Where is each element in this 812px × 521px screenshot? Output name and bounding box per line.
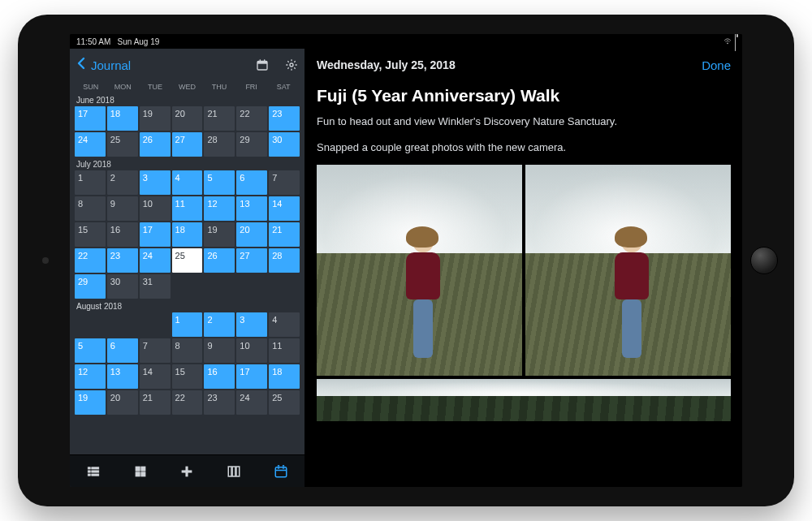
nav-columns-view[interactable] (210, 455, 257, 487)
calendar-day[interactable]: 21 (269, 222, 300, 247)
calendar-day[interactable]: 15 (172, 364, 203, 389)
status-date: Sun Aug 19 (118, 37, 160, 46)
calendar-day[interactable]: 20 (107, 390, 138, 415)
entry-photos (317, 165, 731, 421)
entry-paragraph[interactable]: Fun to head out and view Winkler's Disco… (317, 114, 731, 130)
calendar-day[interactable]: 26 (140, 132, 171, 157)
calendar-day[interactable]: 6 (236, 170, 267, 195)
calendar-day[interactable]: 31 (140, 274, 171, 299)
calendar-day[interactable]: 15 (75, 222, 106, 247)
entry-title[interactable]: Fuji (5 Year Anniversary) Walk (317, 86, 731, 105)
done-button[interactable]: Done (702, 58, 731, 72)
calendar-day[interactable]: 20 (236, 222, 267, 247)
calendar-day[interactable]: 17 (75, 106, 106, 131)
entry-paragraph[interactable]: Snapped a couple great photos with the n… (317, 140, 731, 156)
svg-rect-18 (229, 467, 232, 476)
calendar-day[interactable]: 19 (75, 390, 106, 415)
weekday-label: MON (107, 83, 140, 91)
calendar-day[interactable]: 20 (172, 106, 203, 131)
calendar-day[interactable]: 8 (172, 338, 203, 363)
calendar-day[interactable]: 23 (204, 390, 235, 415)
calendar-day[interactable]: 7 (140, 338, 171, 363)
calendar-day[interactable]: 24 (236, 390, 267, 415)
back-label[interactable]: Journal (91, 58, 131, 72)
calendar-day[interactable]: 17 (140, 222, 171, 247)
calendar-day[interactable]: 18 (269, 364, 300, 389)
nav-grid-view[interactable] (117, 455, 164, 487)
device-camera (42, 257, 49, 264)
calendar-day[interactable]: 16 (204, 364, 235, 389)
calendar-day[interactable]: 23 (107, 248, 138, 273)
calendar-day[interactable]: 21 (140, 390, 171, 415)
svg-rect-2 (257, 61, 267, 63)
calendar-day[interactable]: 14 (140, 364, 171, 389)
calendar-day[interactable]: 18 (172, 222, 203, 247)
entry-photo[interactable] (317, 379, 731, 421)
sidebar: Journal SUNMONTUEWEDTHUFRISAT June 20181… (70, 49, 305, 487)
calendar-day[interactable]: 12 (75, 364, 106, 389)
calendar-day[interactable]: 30 (269, 132, 300, 157)
calendar-day[interactable]: 8 (75, 196, 106, 221)
calendar-day[interactable]: 6 (107, 338, 138, 363)
calendar-day[interactable]: 11 (269, 338, 300, 363)
calendar-day[interactable]: 5 (204, 170, 235, 195)
calendar-day[interactable]: 22 (172, 390, 203, 415)
calendar-day[interactable]: 4 (269, 312, 300, 337)
calendar-day[interactable]: 12 (204, 196, 235, 221)
calendar-day[interactable]: 3 (236, 312, 267, 337)
calendar-day[interactable]: 2 (204, 312, 235, 337)
calendar-day[interactable]: 23 (269, 106, 300, 131)
calendar-day[interactable]: 14 (269, 196, 300, 221)
calendar-day[interactable]: 21 (204, 106, 235, 131)
month-grid: 1718192021222324252627282930 (75, 106, 300, 157)
nav-new-entry[interactable] (164, 455, 211, 487)
calendar-day[interactable]: 16 (107, 222, 138, 247)
calendar-day[interactable]: 5 (75, 338, 106, 363)
calendar-day[interactable]: 1 (75, 170, 106, 195)
calendar-day[interactable]: 29 (75, 274, 106, 299)
calendar-day[interactable]: 19 (204, 222, 235, 247)
entry-photo[interactable] (317, 165, 522, 376)
calendar-day[interactable]: 28 (204, 132, 235, 157)
calendar-day[interactable]: 27 (236, 248, 267, 273)
calendar-day[interactable]: 9 (204, 338, 235, 363)
calendar-day[interactable]: 11 (172, 196, 203, 221)
calendar-day[interactable]: 27 (172, 132, 203, 157)
calendar-day[interactable]: 22 (236, 106, 267, 131)
calendar-day[interactable]: 22 (75, 248, 106, 273)
calendar-day[interactable]: 10 (140, 196, 171, 221)
calendar-day[interactable]: 30 (107, 274, 138, 299)
nav-list-view[interactable] (70, 455, 117, 487)
back-chevron-icon[interactable] (76, 57, 86, 74)
weekday-label: THU (203, 83, 235, 91)
calendar-day[interactable]: 25 (107, 132, 138, 157)
home-button[interactable] (750, 247, 778, 274)
svg-rect-19 (232, 467, 235, 476)
calendar-day[interactable]: 24 (75, 132, 106, 157)
calendar-day[interactable]: 17 (236, 364, 267, 389)
gear-icon[interactable] (285, 58, 298, 71)
calendar-day[interactable]: 3 (140, 170, 171, 195)
calendar-day[interactable]: 28 (269, 248, 300, 273)
entry-photo[interactable] (525, 165, 731, 376)
calendar-day[interactable]: 29 (236, 132, 267, 157)
calendar-day[interactable]: 2 (107, 170, 138, 195)
entry-body[interactable]: Fuji (5 Year Anniversary) Walk Fun to he… (305, 81, 742, 487)
weekday-label: SAT (267, 83, 300, 91)
calendar-day[interactable]: 13 (107, 364, 138, 389)
calendar-day[interactable]: 24 (140, 248, 171, 273)
calendar-day-selected[interactable]: 25 (172, 248, 203, 273)
calendar-day[interactable]: 26 (204, 248, 235, 273)
calendar-day[interactable]: 19 (140, 106, 171, 131)
calendar-day[interactable]: 13 (236, 196, 267, 221)
calendar-day[interactable]: 4 (172, 170, 203, 195)
calendar-day[interactable]: 18 (107, 106, 138, 131)
nav-calendar-view[interactable] (257, 455, 304, 487)
calendar-day[interactable]: 10 (236, 338, 267, 363)
calendar-day[interactable]: 25 (269, 390, 300, 415)
today-icon[interactable] (256, 58, 269, 71)
svg-rect-10 (88, 474, 90, 476)
calendar-day[interactable]: 1 (172, 312, 203, 337)
calendar-day[interactable]: 9 (107, 196, 138, 221)
calendar-day[interactable]: 7 (269, 170, 300, 195)
